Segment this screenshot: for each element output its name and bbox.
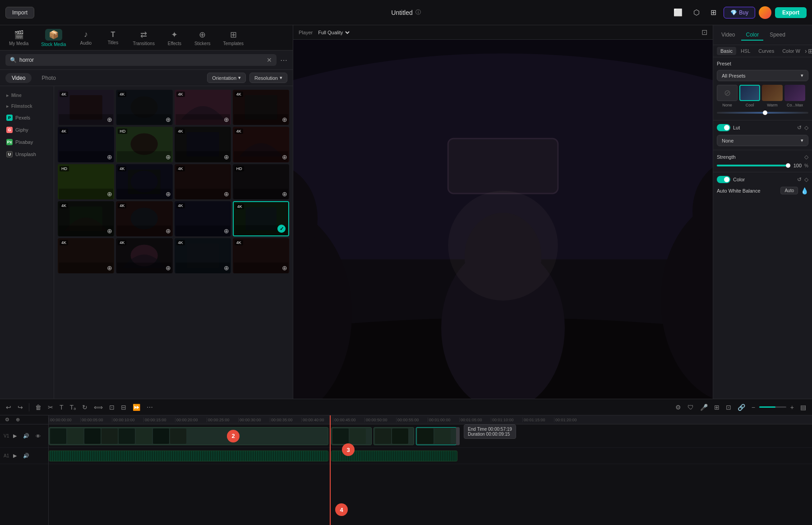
eyedropper-icon[interactable]: 💧 [801,187,808,194]
media-item-10[interactable]: 4K ⊕ [175,164,231,199]
strength-diamond-icon[interactable]: ◇ [804,154,808,160]
clip-end-bracket[interactable] [456,427,460,445]
source-item-giphy[interactable]: G Giphy [2,124,52,136]
video-track-eye-icon[interactable]: 👁 [33,432,43,440]
export-button[interactable]: Export [775,7,807,18]
redo-button[interactable]: ↪ [15,402,25,412]
orientation-dropdown[interactable]: Orientation ▾ [207,73,246,83]
cut-button[interactable]: ✂ [46,402,55,412]
source-item-unsplash[interactable]: U Unsplash [2,148,52,160]
subtab-grid-icon[interactable]: ⊞ [808,47,812,55]
share-icon[interactable]: ⬡ [690,6,703,18]
resolution-dropdown[interactable]: Resolution ▾ [249,73,287,83]
media-item-4[interactable]: 4K ⊕ [58,127,114,162]
subtab-basic[interactable]: Basic [717,47,736,55]
lut-toggle[interactable] [717,124,730,131]
preset-comax[interactable]: Co...Max [784,85,805,107]
subtab-curves[interactable]: Curves [755,47,778,55]
tab-stickers[interactable]: ⊕ Stickers [189,27,216,49]
delete-button[interactable]: 🗑 [33,402,44,412]
auto-white-balance-button[interactable]: Auto [780,187,798,194]
buy-button[interactable]: 💎 Buy [724,7,755,18]
media-item-3[interactable]: 4K ⊕ [233,90,289,125]
audio-clip-1[interactable] [49,451,328,461]
tab-titles[interactable]: T Titles [100,28,125,48]
quality-select[interactable]: Full Quality Half Quality [316,29,351,36]
color-reset-icon[interactable]: ↺ [797,176,802,183]
caption-button[interactable]: Tₐ [68,402,78,412]
media-item-14[interactable]: 4K ⊕ [175,201,231,236]
tab-effects[interactable]: ✦ Effects [162,27,187,49]
settings-icon[interactable]: ⚙ [673,402,683,412]
media-item-7[interactable]: 4K ⊕ [233,127,289,162]
preset-cool[interactable]: Cool [739,85,760,107]
media-item-17[interactable]: 4K ⊕ [116,238,172,273]
preset-dropdown[interactable]: All Presets ▾ [717,70,808,81]
source-item-pixabay[interactable]: Px Pixabay [2,136,52,148]
subtab-color-w[interactable]: Color W [779,47,804,55]
monitor-icon[interactable]: ⬜ [670,6,686,18]
preset-warm[interactable]: Warm [762,85,783,107]
media-item-5[interactable]: HD ⊕ [116,127,172,162]
track-link-icon[interactable]: ⊕ [14,415,22,424]
media-item-6[interactable]: 4K ⊕ [175,127,231,162]
filter-tab-video[interactable]: Video [5,73,32,83]
search-clear-icon[interactable]: ✕ [267,56,272,64]
tab-stock-media[interactable]: 📦 Stock Media [36,26,71,50]
preset-none[interactable]: ⊘ None [717,85,738,107]
strength-slider[interactable] [717,165,788,166]
subtab-hsl[interactable]: HSL [737,47,754,55]
zoom-in-icon[interactable]: + [788,402,796,412]
video-clip-4[interactable] [416,427,457,445]
media-item-9[interactable]: 4K ⊕ [116,164,172,199]
track-settings-icon[interactable]: ⚙ [3,415,12,424]
zoom-slider[interactable] [759,406,786,408]
grid-icon[interactable]: ⊞ [707,6,720,18]
video-track-audio-icon[interactable]: 🔊 [21,432,32,440]
copy-icon[interactable]: ⊡ [724,402,734,412]
color-toggle[interactable] [717,176,730,183]
search-input[interactable] [19,57,264,63]
video-clip-3[interactable] [374,427,414,445]
lut-dropdown[interactable]: None ▾ [717,135,808,146]
import-button[interactable]: Import [5,7,34,18]
media-item-8[interactable]: HD ⊕ [58,164,114,199]
search-more-icon[interactable]: ⋯ [280,56,287,64]
media-item-11[interactable]: HD ⊕ [233,164,289,199]
shield-icon[interactable]: 🛡 [685,402,696,412]
trim-button[interactable]: ⊟ [119,402,129,412]
media-item-13[interactable]: 4K ⊕ [116,201,172,236]
tab-speed[interactable]: Speed [765,30,790,41]
preset-slider[interactable] [717,112,808,114]
media-item-12[interactable]: 4K ⊕ [58,201,114,236]
tab-audio[interactable]: ♪ Audio [73,27,98,48]
more-button[interactable]: ⋯ [144,402,155,412]
text-button[interactable]: T [57,402,66,412]
tab-templates[interactable]: ⊞ Templates [218,27,249,49]
filter-tab-photo[interactable]: Photo [35,73,62,83]
media-item-0[interactable]: 4K ⊕ [58,90,114,125]
audio-volume-icon[interactable]: 🔊 [21,451,32,460]
screenshot-icon[interactable]: ⊡ [701,28,707,37]
media-item-16[interactable]: 4K ⊕ [58,238,114,273]
tab-color[interactable]: Color [741,30,763,41]
video-track-play-icon[interactable]: ▶ [11,432,19,440]
mic-icon[interactable]: 🎤 [698,402,710,412]
video-clip-2[interactable] [331,427,372,445]
flip-button[interactable]: ⟺ [92,402,105,412]
split-view-icon[interactable]: ⊞ [712,402,722,412]
color-diamond-icon[interactable]: ◇ [804,176,808,183]
source-item-pexels[interactable]: P Pexels [2,112,52,124]
tab-video[interactable]: Video [717,30,739,41]
crop-button[interactable]: ⊡ [107,402,117,412]
rotate-button[interactable]: ↻ [80,402,90,412]
lut-reset-icon[interactable]: ↺ [797,124,802,131]
media-item-2[interactable]: 4K ⊕ [175,90,231,125]
tab-transitions[interactable]: ⇄ Transitions [127,27,160,49]
undo-button[interactable]: ↩ [4,402,14,412]
audio-play-icon[interactable]: ▶ [11,451,19,460]
speed-button[interactable]: ⏩ [130,402,143,412]
zoom-out-icon[interactable]: − [749,402,757,412]
video-clip-1[interactable] [49,427,328,445]
lut-diamond-icon[interactable]: ◇ [804,124,808,131]
